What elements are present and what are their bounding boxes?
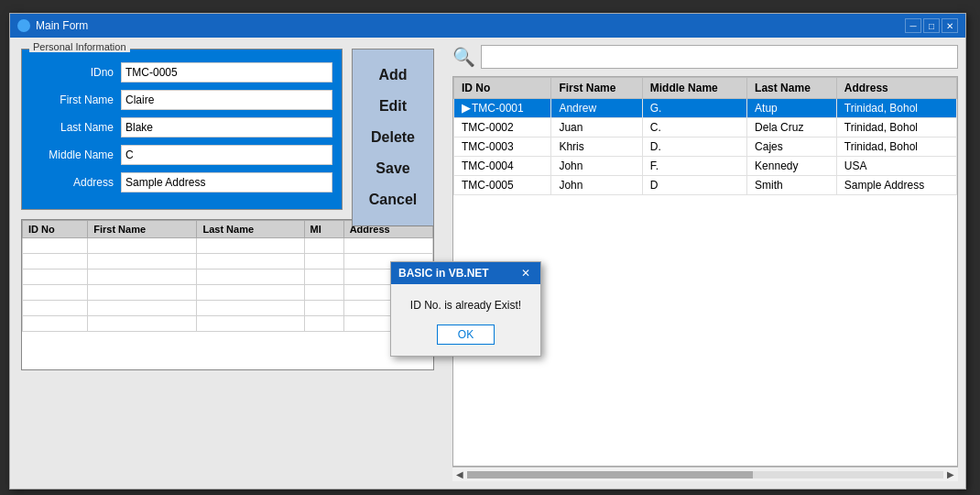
scroll-track[interactable]	[467, 471, 943, 478]
table-row[interactable]	[23, 285, 433, 301]
cell-firstname: Andrew	[551, 99, 642, 118]
cell-address: Sample Address	[836, 176, 956, 195]
add-button[interactable]: Add	[362, 63, 424, 87]
window-controls: ─ □ ✕	[905, 18, 958, 33]
table-row[interactable]: TMC-0004 John F. Kennedy USA	[454, 157, 957, 176]
minimize-button[interactable]: ─	[905, 18, 921, 33]
middlename-label: Middle Name	[31, 148, 114, 161]
save-button[interactable]: Save	[362, 157, 424, 181]
cell-idno	[23, 270, 88, 285]
table-row[interactable]: TMC-0003 Khris D. Cajes Trinidad, Bohol	[454, 138, 957, 157]
cell-mi	[304, 254, 343, 270]
cell-address: Trinidad, Bohol	[836, 138, 956, 157]
group-box-title: Personal Information	[29, 41, 130, 52]
bottom-col-idno: ID No	[23, 221, 88, 238]
modal-title-bar: BASIC in VB.NET ✕	[391, 262, 540, 284]
modal-body: ID No. is already Exist! OK	[391, 284, 540, 356]
cell-mi	[304, 285, 343, 301]
cell-address	[343, 238, 432, 254]
cell-lastname: Smith	[747, 176, 837, 195]
lastname-input[interactable]	[121, 117, 332, 138]
cell-firstname	[88, 238, 197, 254]
cell-lastname: Kennedy	[747, 157, 837, 176]
modal-ok-button[interactable]: OK	[437, 324, 495, 345]
cell-address: Trinidad, Bohol	[836, 99, 956, 118]
col-idno: ID No	[454, 78, 551, 99]
middlename-row: Middle Name	[31, 145, 332, 165]
cell-lastname	[197, 316, 304, 332]
bottom-col-lastname: Last Name	[197, 221, 304, 238]
main-window: Main Form ─ □ ✕ Personal Information IDn…	[9, 13, 966, 490]
cell-address: Trinidad, Bohol	[836, 118, 956, 138]
cell-lastname: Cajes	[747, 138, 837, 157]
bottom-col-firstname: First Name	[88, 221, 197, 238]
cell-address: USA	[836, 157, 956, 176]
cell-idno: TMC-0005	[454, 176, 551, 195]
delete-button[interactable]: Delete	[362, 126, 424, 149]
window-icon	[17, 19, 30, 32]
cell-middlename: G.	[642, 99, 746, 118]
firstname-label: First Name	[31, 94, 114, 106]
col-address: Address	[836, 78, 956, 99]
cell-idno	[23, 316, 88, 332]
cell-idno	[23, 238, 88, 254]
cell-lastname	[197, 270, 304, 285]
cell-firstname	[88, 254, 197, 270]
horizontal-scrollbar[interactable]: ◀ ▶	[452, 467, 958, 481]
search-icon: 🔍	[452, 46, 475, 68]
table-row[interactable]: ▶TMC-0001 Andrew G. Atup Trinidad, Bohol	[454, 99, 957, 118]
cell-idno: TMC-0004	[454, 157, 551, 176]
cell-lastname	[197, 238, 304, 254]
table-row[interactable]	[23, 301, 433, 316]
edit-button[interactable]: Edit	[362, 94, 424, 118]
idno-input[interactable]	[121, 62, 332, 82]
cell-lastname	[197, 301, 304, 316]
cell-firstname: Khris	[551, 138, 642, 157]
window-title-bar: Main Form ─ □ ✕	[10, 14, 965, 38]
table-row[interactable]	[23, 238, 433, 254]
window-title: Main Form	[36, 19, 88, 32]
cell-firstname: Juan	[551, 118, 642, 138]
close-button[interactable]: ✕	[942, 18, 958, 33]
table-row[interactable]: TMC-0002 Juan C. Dela Cruz Trinidad, Boh…	[454, 118, 957, 138]
search-input[interactable]	[481, 45, 958, 69]
cancel-button[interactable]: Cancel	[362, 188, 424, 212]
cell-lastname	[197, 254, 304, 270]
table-row[interactable]: TMC-0005 John D Smith Sample Address	[454, 176, 957, 195]
middlename-input[interactable]	[121, 145, 332, 165]
table-row[interactable]	[23, 316, 433, 332]
cell-idno	[23, 285, 88, 301]
firstname-input[interactable]	[121, 90, 332, 110]
col-firstname: First Name	[551, 78, 642, 99]
address-input[interactable]	[121, 172, 332, 192]
cell-firstname	[88, 301, 197, 316]
col-middlename: Middle Name	[642, 78, 746, 99]
cell-idno: ▶TMC-0001	[454, 99, 551, 118]
cell-mi	[304, 301, 343, 316]
cell-lastname: Dela Cruz	[747, 118, 837, 138]
scroll-left-arrow[interactable]: ◀	[456, 469, 463, 479]
bottom-table: ID No First Name Last Name MI Address	[22, 220, 433, 332]
modal-message: ID No. is already Exist!	[402, 299, 529, 312]
scroll-thumb	[467, 471, 753, 478]
cell-middlename: C.	[642, 118, 746, 138]
bottom-col-mi: MI	[304, 221, 343, 238]
cell-lastname	[197, 285, 304, 301]
table-row[interactable]	[23, 254, 433, 270]
cell-middlename: D.	[642, 138, 746, 157]
table-row[interactable]	[23, 270, 433, 285]
address-label: Address	[31, 176, 114, 189]
modal-title: BASIC in VB.NET	[398, 267, 489, 280]
cell-mi	[304, 238, 343, 254]
maximize-button[interactable]: □	[923, 18, 940, 33]
scroll-right-arrow[interactable]: ▶	[947, 469, 954, 479]
cell-idno	[23, 254, 88, 270]
cell-middlename: F.	[642, 157, 746, 176]
address-row: Address	[31, 172, 332, 192]
cell-firstname	[88, 270, 197, 285]
cell-idno: TMC-0002	[454, 118, 551, 138]
cell-firstname	[88, 285, 197, 301]
modal-close-button[interactable]: ✕	[518, 266, 533, 280]
cell-lastname: Atup	[747, 99, 837, 118]
search-bar: 🔍	[452, 45, 958, 69]
